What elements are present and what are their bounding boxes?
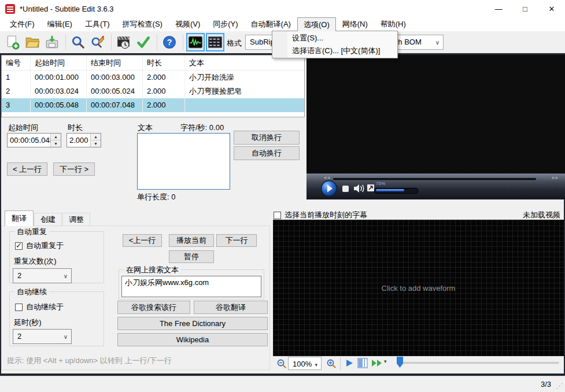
fast-forward-icon[interactable]	[371, 358, 383, 368]
menu-help[interactable]: 帮助(H)	[374, 17, 412, 31]
duration-label: 时长	[68, 123, 83, 133]
resize-grip-icon[interactable]: ⋰	[556, 382, 563, 390]
table-row-selected[interactable]: 3 00:00:05.048 00:00:07.048 2.000	[2, 98, 304, 112]
help-button[interactable]: ?	[160, 33, 179, 51]
auto-continue-checkbox-row[interactable]: 自动继续于	[15, 302, 64, 312]
cell-start: 00:00:01.000	[31, 71, 87, 84]
waveform-play-icon[interactable]	[345, 358, 354, 368]
select-current-subtitle-row[interactable]: 选择当前播放时刻的字幕	[274, 210, 367, 220]
open-file-button[interactable]	[23, 33, 42, 51]
close-button[interactable]: ✕	[538, 0, 565, 17]
video-position-icon[interactable]	[357, 358, 368, 368]
toggle-waveform-button[interactable]	[186, 33, 205, 51]
table-row[interactable]: 1 00:00:01.000 00:00:03.000 2.000 小刀开始洗澡	[2, 71, 304, 84]
pause-button[interactable]: 暂停	[169, 250, 214, 263]
text-label: 文本	[138, 123, 153, 133]
auto-repeat-checkbox-row[interactable]: 自动重复于	[15, 241, 64, 251]
application-window: *Untitled - Subtitle Edit 3.6.3 — □ ✕ 文件…	[0, 0, 565, 392]
free-dictionary-button[interactable]: The Free Dictionary	[117, 317, 268, 330]
cell-text: 小刀弯腰捡肥皂	[185, 84, 304, 98]
subtitle-list-header[interactable]: 编号 起始时间 结束时间 时长 文本	[2, 56, 304, 71]
chevron-down-icon[interactable]: ▾	[384, 358, 387, 364]
spin-down-icon[interactable]: ▼	[51, 140, 61, 147]
play-button[interactable]	[320, 180, 338, 197]
play-current-button[interactable]: 播放当前	[169, 234, 214, 247]
menu-autotranslate[interactable]: 自动翻译(A)	[245, 17, 297, 31]
toolbar-separator	[111, 34, 112, 50]
tab-create[interactable]: 创建	[34, 213, 62, 226]
menu-options[interactable]: 选项(O)	[297, 17, 336, 31]
menu-video[interactable]: 视频(V)	[169, 17, 206, 31]
zoom-out-icon[interactable]	[276, 358, 287, 369]
waveform-area[interactable]: Click to add waveform	[273, 220, 564, 356]
volume-slider[interactable]	[374, 188, 418, 194]
spin-up-icon[interactable]: ▲	[51, 134, 61, 140]
cell-text: 小刀开始洗澡	[185, 71, 304, 84]
zoom-in-icon[interactable]	[326, 358, 337, 369]
search-replace-icon	[90, 35, 105, 50]
waveform-zoom-combobox[interactable]: 100% ▾	[288, 357, 322, 370]
checkbox-unchecked-icon[interactable]	[274, 212, 281, 219]
checkbox-unchecked-icon[interactable]	[15, 304, 23, 311]
waveform-position-slider[interactable]	[397, 362, 559, 364]
volume-percent-label: 75%	[376, 181, 385, 186]
spin-up-icon[interactable]: ▲	[91, 134, 101, 140]
toggle-video-button[interactable]	[206, 33, 224, 51]
auto-continue-checkbox-label: 自动继续于	[26, 302, 64, 312]
next-line-button-translate[interactable]: 下一行	[216, 234, 257, 247]
auto-continue-group-label: 自动继续	[14, 287, 49, 297]
start-time-spinner[interactable]: 00:00:05.048 ▲▼	[7, 133, 61, 147]
unbreak-button[interactable]: 取消换行	[234, 131, 300, 145]
menu-item-settings[interactable]: 设置(S)...	[272, 32, 397, 45]
new-file-button[interactable]	[3, 33, 22, 51]
cell-end: 00:00:03.000	[87, 71, 143, 84]
table-row[interactable]: 2 00:00:03.024 00:00:05.024 2.000 小刀弯腰捡肥…	[2, 84, 304, 98]
menu-network[interactable]: 网络(N)	[336, 17, 374, 31]
volume-icon[interactable]	[353, 183, 365, 194]
replace-button[interactable]	[88, 33, 107, 51]
next-line-button[interactable]: 下一行 >	[53, 162, 95, 176]
column-header-number[interactable]: 编号	[2, 56, 31, 70]
visual-sync-button[interactable]	[115, 33, 133, 51]
checkbox-checked-icon[interactable]	[15, 242, 23, 250]
column-header-start[interactable]: 起始时间	[31, 56, 87, 70]
menu-sync[interactable]: 同步(Y)	[206, 17, 244, 31]
spin-down-icon[interactable]: ▼	[91, 140, 101, 147]
auto-repeat-checkbox-label: 自动重复于	[26, 241, 64, 251]
delay-combobox[interactable]: 2 ∨	[13, 329, 72, 344]
menu-edit[interactable]: 编辑(E)	[41, 17, 79, 31]
web-search-group: 在网上搜索文本 小刀娱乐网www.x6g.com	[119, 269, 264, 299]
seek-forward-icon[interactable]: ►►	[551, 175, 558, 180]
menu-file[interactable]: 文件(F)	[3, 17, 41, 31]
tab-translate[interactable]: 翻译	[5, 210, 34, 226]
menu-spellcheck[interactable]: 拼写检查(S)	[116, 17, 169, 31]
google-translate-button[interactable]: 谷歌翻译	[194, 301, 268, 314]
fullscreen-icon[interactable]	[367, 184, 375, 192]
spell-check-button[interactable]	[134, 33, 153, 51]
save-button[interactable]	[43, 33, 61, 51]
duration-spinner[interactable]: 2.000 ▲▼	[67, 133, 101, 147]
video-display[interactable]: ◄◄ ►► 75%	[306, 55, 565, 199]
slider-thumb[interactable]	[397, 357, 403, 368]
video-seek-bar[interactable]	[333, 178, 536, 180]
maximize-button[interactable]: □	[512, 0, 538, 17]
subtitle-text-textarea[interactable]	[137, 133, 230, 190]
repeat-count-combobox[interactable]: 2 ∨	[13, 268, 72, 283]
cell-number: 2	[2, 84, 31, 98]
previous-line-button[interactable]: < 上一行	[7, 162, 47, 176]
find-button[interactable]	[69, 33, 87, 51]
menu-item-choose-language[interactable]: 选择语言(C)... [中文(简体)]	[272, 45, 397, 57]
wikipedia-button[interactable]: Wikipedia	[117, 333, 268, 346]
minimize-button[interactable]: —	[485, 0, 512, 17]
google-search-line-button[interactable]: 谷歌搜索该行	[117, 301, 190, 314]
title-bar: *Untitled - Subtitle Edit 3.6.3 — □ ✕	[0, 0, 565, 17]
stop-button[interactable]	[342, 186, 349, 192]
tab-adjust[interactable]: 调整	[62, 213, 90, 226]
auto-break-button[interactable]: 自动换行	[234, 146, 300, 160]
column-header-end[interactable]: 结束时间	[87, 56, 143, 70]
column-header-duration[interactable]: 时长	[143, 56, 185, 70]
web-search-input[interactable]: 小刀娱乐网www.x6g.com	[121, 276, 261, 297]
cell-end: 00:00:07.048	[87, 98, 143, 112]
menu-tools[interactable]: 工具(T)	[79, 17, 116, 31]
previous-line-button-translate[interactable]: <上一行	[123, 234, 162, 247]
